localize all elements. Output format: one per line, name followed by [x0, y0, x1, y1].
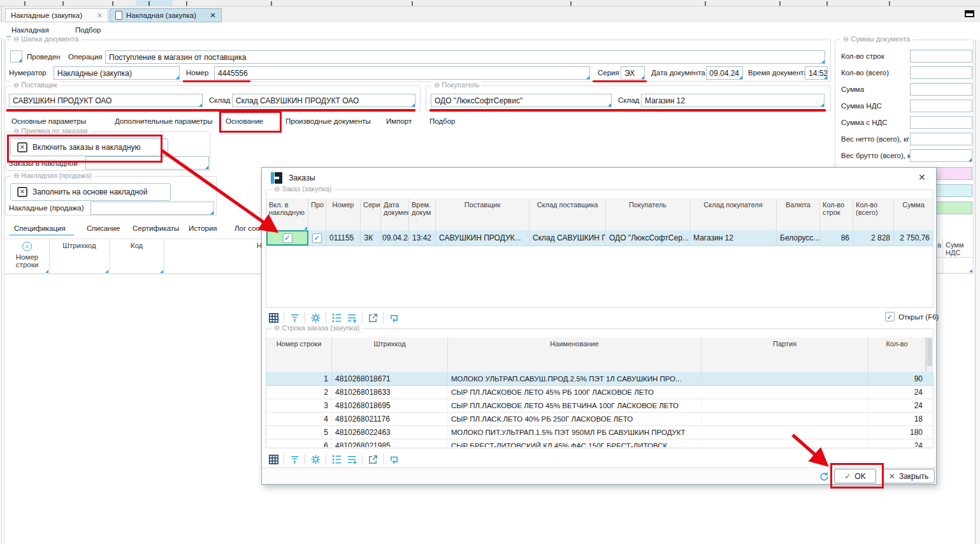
- order-line-row[interactable]: 3 4810268018695 СЫР ПЛ.ЛАСКОВОЕ ЛЕТО 45%…: [266, 399, 933, 413]
- cell-supplier[interactable]: САВУШКИН ПРОДУК...: [436, 230, 530, 246]
- col-series[interactable]: Сери: [361, 198, 381, 230]
- collapse-icon[interactable]: ⊖: [13, 127, 19, 135]
- col-batch[interactable]: Партия: [702, 337, 868, 372]
- collapse-icon[interactable]: ⊖: [13, 35, 19, 43]
- supplier-field[interactable]: САВУШКИН ПРОДУКТ ОАО: [9, 94, 203, 107]
- order-line-row[interactable]: 2 4810268018633 СЫР ПЛ.ЛАСКОВОЕ ЛЕТО 45%…: [266, 385, 933, 399]
- reimport-icon[interactable]: [386, 310, 401, 325]
- numbered-list-icon[interactable]: [329, 310, 344, 325]
- col-qty-total[interactable]: Кол-во (всего): [853, 198, 894, 230]
- spec-col-barcode[interactable]: Штрихкод: [50, 239, 110, 274]
- col-line-count[interactable]: Кол-во строк: [820, 198, 853, 230]
- orders-table-row[interactable]: ✓ ✓ 011155 ЗК 09.04.24 13:42 САВУШКИН ПР…: [266, 230, 933, 246]
- col-line-number[interactable]: Номер строки: [266, 337, 332, 372]
- spec-col-code[interactable]: Код: [110, 239, 164, 274]
- menu-selection[interactable]: Подбор: [75, 26, 101, 34]
- sales-invoices-field[interactable]: [90, 202, 214, 215]
- settings-gear-icon[interactable]: [308, 452, 323, 467]
- cell-include-checkbox[interactable]: ✓: [266, 230, 308, 246]
- numerator-field[interactable]: Накладные (закупка): [54, 66, 180, 80]
- add-row-icon[interactable]: [344, 310, 359, 325]
- order-line-row[interactable]: 4 4810268021176 СЫР ПЛ.ЛАСК.ЛЕТО 40% РБ …: [266, 412, 933, 426]
- document-time-field[interactable]: 14:52: [805, 66, 828, 80]
- dialog-close-icon[interactable]: ✕: [918, 172, 926, 182]
- collapse-icon[interactable]: ⊖: [13, 172, 19, 179]
- cell-number[interactable]: 011155: [326, 230, 361, 246]
- col-currency[interactable]: Валюта: [777, 198, 820, 230]
- col-doc-time[interactable]: Врем. докум: [409, 198, 436, 230]
- series-field[interactable]: ЭХ: [621, 66, 645, 80]
- filter-icon[interactable]: [287, 310, 302, 325]
- tab-import[interactable]: Импорт: [386, 117, 412, 125]
- operation-field[interactable]: Поступление в магазин от поставщика: [105, 50, 825, 64]
- buyer-field[interactable]: ОДО "ЛюксСофтСервис": [431, 94, 612, 107]
- cell-line-count[interactable]: 86: [820, 230, 853, 246]
- collapse-icon[interactable]: ⊖: [434, 81, 440, 89]
- supplier-warehouse-field[interactable]: Склад САВУШКИН ПРОДУКТ ОАО: [232, 94, 415, 107]
- col-sum[interactable]: Сумма: [894, 198, 933, 230]
- totals-field-vat[interactable]: [910, 99, 972, 112]
- collapse-icon[interactable]: ⊖: [274, 324, 280, 332]
- col-supplier-wh[interactable]: Склад поставщика: [530, 198, 606, 230]
- cell-currency[interactable]: Белорусс...: [777, 230, 820, 246]
- col-posted[interactable]: Про: [308, 198, 326, 230]
- col-buyer[interactable]: Покупатель: [606, 198, 690, 230]
- cell-buyer-wh[interactable]: Магазин 12: [690, 230, 777, 246]
- totals-field-gross-weight[interactable]: [910, 149, 972, 162]
- order-line-row[interactable]: 6 4810268021985 СЫР БРЕСТ-ЛИТОВСКИЙ КЛ 4…: [266, 439, 933, 447]
- col-buyer-wh[interactable]: Склад покупателя: [690, 198, 777, 230]
- right-scrollbar[interactable]: [975, 40, 980, 544]
- col-doc-date[interactable]: Дата докумен: [381, 198, 409, 230]
- menu-invoice[interactable]: Накладная: [11, 26, 49, 34]
- open-external-icon[interactable]: [365, 310, 380, 325]
- tab-specification[interactable]: Спецификация: [14, 224, 66, 232]
- spec-col-line-no[interactable]: ∧ Номер строки: [5, 239, 50, 274]
- tab-history[interactable]: История: [189, 224, 217, 232]
- tab-main-params[interactable]: Основные параметры: [11, 117, 86, 125]
- tab-derived-documents[interactable]: Производные документы: [285, 117, 371, 125]
- col-name[interactable]: Наименование: [448, 337, 702, 372]
- grid-icon[interactable]: [266, 452, 281, 467]
- settings-gear-icon[interactable]: [308, 310, 323, 325]
- tab-close-icon[interactable]: ✕: [210, 11, 216, 20]
- proveden-checkbox[interactable]: [10, 50, 22, 62]
- cell-posted-checkbox[interactable]: ✓: [308, 230, 326, 246]
- number-field[interactable]: 4445556: [214, 66, 590, 80]
- col-barcode[interactable]: Штрихкод: [332, 337, 448, 372]
- col-supplier[interactable]: Поставщик: [436, 198, 530, 230]
- tab-certificates[interactable]: Сертификаты: [133, 224, 179, 232]
- fill-from-invoice-button[interactable]: ✕ Заполнить на основе накладной: [10, 183, 171, 201]
- totals-field-net-weight[interactable]: [910, 133, 972, 145]
- col-include[interactable]: Вкл. в накладную: [266, 198, 308, 230]
- lines-scrollbar[interactable]: [926, 337, 933, 372]
- cell-qty-total[interactable]: 2 828: [853, 230, 894, 246]
- refresh-icon[interactable]: [816, 469, 832, 484]
- document-date-field[interactable]: 09.04.24: [706, 66, 743, 80]
- totals-field-sum-vat[interactable]: [910, 116, 972, 129]
- totals-field-lines[interactable]: [910, 50, 972, 62]
- checkbox-checked-icon[interactable]: ✓: [283, 233, 292, 243]
- collapse-icon[interactable]: ⊖: [274, 185, 280, 193]
- cell-date[interactable]: 09.04.24: [381, 230, 409, 246]
- window-list-icon[interactable]: [965, 10, 974, 17]
- numbered-list-icon[interactable]: [329, 452, 344, 467]
- dialog-title-bar[interactable]: Заказы ✕: [262, 168, 936, 189]
- tab-selection[interactable]: Подбор: [429, 117, 456, 125]
- totals-field-qty[interactable]: [910, 66, 972, 79]
- cell-buyer[interactable]: ОДО "ЛюксСофтСер...: [606, 230, 690, 246]
- totals-field-sum[interactable]: [910, 83, 972, 96]
- col-qty[interactable]: Кол-во: [868, 337, 926, 372]
- cell-time[interactable]: 13:42: [409, 230, 436, 246]
- buyer-warehouse-field[interactable]: Магазин 12: [641, 94, 825, 107]
- close-button[interactable]: ✕ Закрыть: [883, 469, 935, 483]
- col-number[interactable]: Номер: [326, 198, 361, 230]
- reimport-icon[interactable]: [386, 452, 401, 467]
- tab-writeoff[interactable]: Списание: [87, 224, 120, 232]
- cell-series[interactable]: ЗК: [361, 230, 381, 246]
- open-f6-checkbox[interactable]: ✓: [885, 312, 895, 321]
- collapse-icon[interactable]: ⊖: [13, 81, 19, 89]
- grid-icon[interactable]: [266, 310, 281, 325]
- cell-sum[interactable]: 2 750,76: [894, 230, 933, 246]
- order-line-row[interactable]: 1 4810268018671 МОЛОКО УЛЬТРАП.САВУШ.ПРО…: [266, 372, 933, 386]
- cell-supplier-wh[interactable]: Склад САВУШКИН П...: [530, 230, 606, 246]
